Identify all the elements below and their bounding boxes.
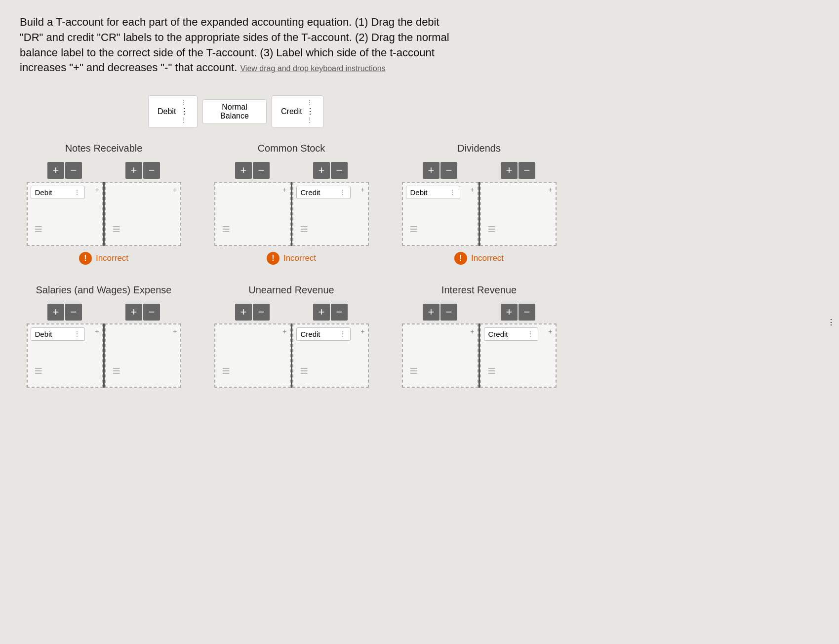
dividends-right-icon: ≡ xyxy=(488,221,496,237)
interest-right-minus[interactable]: − xyxy=(519,304,535,321)
dividends-right: + − + ≡ xyxy=(480,162,557,246)
interest-revenue-title: Interest Revenue xyxy=(441,284,517,296)
unearned-right-minus[interactable]: − xyxy=(331,304,348,321)
common-stock-left-cell[interactable]: + ≡ xyxy=(214,182,291,246)
top-accounts-row: Notes Receivable + − Debit ⋮ + ≡ xyxy=(20,143,819,265)
notes-receivable-right-cell[interactable]: + ≡ xyxy=(105,182,181,246)
unearned-left-cell[interactable]: + ≡ xyxy=(214,323,291,388)
common-stock-left: + − + ≡ xyxy=(214,162,291,246)
dividends-left-controls: + − xyxy=(423,162,457,179)
drag-dots-normal: ⋮ xyxy=(827,318,835,327)
incorrect-icon-dividends: ! xyxy=(454,252,467,265)
unearned-left: + − + ≡ xyxy=(214,304,291,388)
salaries-section: Salaries (and Wages) Expense + − Debit ⋮… xyxy=(20,284,188,388)
unearned-right-controls: + − xyxy=(313,304,348,321)
salaries-right-controls: + − xyxy=(125,304,160,321)
interest-right-cell[interactable]: Credit ⋮ + ≡ xyxy=(480,323,557,388)
keyboard-instructions-link[interactable]: View drag and drop keyboard instructions xyxy=(240,64,385,73)
common-stock-left-controls: + − xyxy=(235,162,270,179)
interest-left-controls: + − xyxy=(423,304,457,321)
unearned-right-cell[interactable]: Credit ⋮ + ≡ xyxy=(292,323,369,388)
interest-right-controls: + − xyxy=(501,304,535,321)
bottom-accounts-row: Salaries (and Wages) Expense + − Debit ⋮… xyxy=(20,284,819,388)
salaries-left-plus[interactable]: + xyxy=(47,304,64,321)
unearned-revenue-t-account: + − + ≡ + − Credit ⋮ xyxy=(214,304,369,388)
notes-receivable-right-plus[interactable]: + xyxy=(125,162,142,179)
salaries-left: + − Debit ⋮ + ≡ xyxy=(27,304,103,388)
common-stock-left-icon: ≡ xyxy=(222,221,230,237)
drag-dots-credit: ⋮ xyxy=(306,100,314,123)
credit-drag-label[interactable]: Credit ⋮ xyxy=(272,95,323,127)
salaries-left-minus[interactable]: − xyxy=(65,304,82,321)
common-stock-right-icon: ≡ xyxy=(300,221,308,237)
instruction-text: Build a T-account for each part of the e… xyxy=(20,15,464,76)
dividends-right-minus[interactable]: − xyxy=(519,162,535,179)
common-stock-right-minus[interactable]: − xyxy=(331,162,348,179)
notes-receivable-right-icon: ≡ xyxy=(113,221,120,237)
interest-left-plus[interactable]: + xyxy=(423,304,439,321)
notes-receivable-t-account: + − Debit ⋮ + ≡ + − xyxy=(27,162,181,246)
notes-receivable-right-controls: + − xyxy=(125,162,160,179)
interest-right-label[interactable]: Credit ⋮ xyxy=(484,327,538,341)
dividends-left-icon: ≡ xyxy=(410,221,418,237)
unearned-left-icon: ≡ xyxy=(222,363,230,379)
dividends-left-plus[interactable]: + xyxy=(423,162,439,179)
common-stock-title: Common Stock xyxy=(258,143,325,154)
dividends-left-cell[interactable]: Debit ⋮ + ≡ xyxy=(402,182,479,246)
notes-receivable-left-plus[interactable]: + xyxy=(47,162,64,179)
salaries-right-cell[interactable]: + ≡ xyxy=(105,323,181,388)
dividends-right-plus[interactable]: + xyxy=(501,162,518,179)
interest-revenue-t-account: + − + ≡ + − Credit ⋮ xyxy=(402,304,557,388)
interest-left-minus[interactable]: − xyxy=(440,304,457,321)
drag-dots-debit: ⋮ xyxy=(180,100,188,123)
unearned-left-minus[interactable]: − xyxy=(253,304,270,321)
unearned-right-label[interactable]: Credit ⋮ xyxy=(296,327,351,341)
notes-receivable-left-cell[interactable]: Debit ⋮ + ≡ xyxy=(27,182,103,246)
interest-revenue-section: Interest Revenue + − + ≡ + − xyxy=(395,284,563,388)
dividends-left-minus[interactable]: − xyxy=(440,162,457,179)
salaries-right-icon: ≡ xyxy=(113,363,120,379)
salaries-right-minus[interactable]: − xyxy=(143,304,160,321)
salaries-title: Salaries (and Wages) Expense xyxy=(36,284,172,296)
normal-balance-drag-label[interactable]: Normal Balance ⋮ xyxy=(202,99,267,124)
common-stock-left-plus[interactable]: + xyxy=(235,162,252,179)
common-stock-right-label[interactable]: Credit ⋮ xyxy=(296,186,351,199)
unearned-right-plus[interactable]: + xyxy=(313,304,330,321)
unearned-right-icon: ≡ xyxy=(300,363,308,379)
common-stock-status: ! Incorrect xyxy=(267,252,316,265)
salaries-left-label[interactable]: Debit ⋮ xyxy=(31,327,85,341)
salaries-right: + − + ≡ xyxy=(105,304,181,388)
dividends-title: Dividends xyxy=(457,143,501,154)
common-stock-section: Common Stock + − + ≡ + − xyxy=(207,143,375,265)
common-stock-right-cell[interactable]: Credit ⋮ + ≡ xyxy=(292,182,369,246)
interest-left-icon: ≡ xyxy=(410,363,418,379)
interest-left: + − + ≡ xyxy=(402,304,479,388)
drag-labels-container: Debit ⋮ Normal Balance ⋮ Credit ⋮ xyxy=(148,95,819,127)
salaries-left-icon: ≡ xyxy=(35,363,42,379)
notes-receivable-right-minus[interactable]: − xyxy=(143,162,160,179)
interest-right-icon: ≡ xyxy=(488,363,496,379)
common-stock-right-plus[interactable]: + xyxy=(313,162,330,179)
unearned-right: + − Credit ⋮ + ≡ xyxy=(292,304,369,388)
unearned-revenue-section: Unearned Revenue + − + ≡ + − xyxy=(207,284,375,388)
interest-right: + − Credit ⋮ + ≡ xyxy=(480,304,557,388)
debit-drag-label[interactable]: Debit ⋮ xyxy=(148,95,198,127)
common-stock-left-minus[interactable]: − xyxy=(253,162,270,179)
unearned-left-plus[interactable]: + xyxy=(235,304,252,321)
instructions-block: Build a T-account for each part of the e… xyxy=(20,15,819,76)
dividends-right-controls: + − xyxy=(501,162,535,179)
dividends-status: ! Incorrect xyxy=(454,252,504,265)
dividends-left: + − Debit ⋮ + ≡ xyxy=(402,162,479,246)
interest-right-plus[interactable]: + xyxy=(501,304,518,321)
salaries-left-cell[interactable]: Debit ⋮ + ≡ xyxy=(27,323,103,388)
notes-receivable-left-minus[interactable]: − xyxy=(65,162,82,179)
common-stock-t-account: + − + ≡ + − Credit ⋮ xyxy=(214,162,369,246)
notes-receivable-right: + − + ≡ xyxy=(105,162,181,246)
dividends-t-account: + − Debit ⋮ + ≡ + − xyxy=(402,162,557,246)
dividends-right-cell[interactable]: + ≡ xyxy=(480,182,557,246)
salaries-left-controls: + − xyxy=(47,304,82,321)
dividends-left-label[interactable]: Debit ⋮ xyxy=(406,186,460,199)
interest-left-cell[interactable]: + ≡ xyxy=(402,323,479,388)
notes-receivable-left-label[interactable]: Debit ⋮ xyxy=(31,186,85,199)
salaries-right-plus[interactable]: + xyxy=(125,304,142,321)
